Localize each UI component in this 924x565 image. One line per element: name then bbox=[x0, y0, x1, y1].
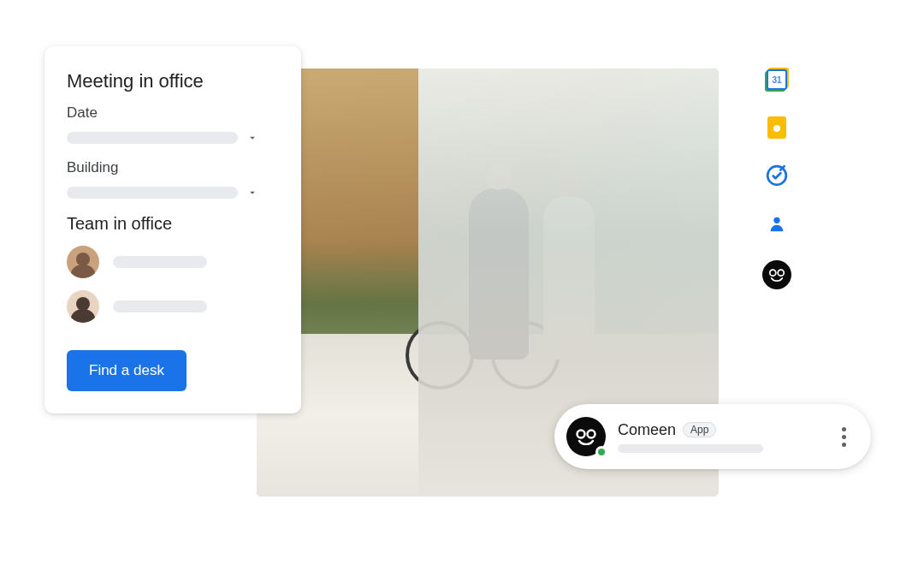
chat-name: Comeen bbox=[618, 421, 676, 439]
team-member-row bbox=[67, 246, 279, 278]
chevron-down-icon bbox=[246, 187, 258, 199]
presence-dot bbox=[595, 446, 607, 458]
keep-icon[interactable] bbox=[766, 116, 788, 139]
team-heading: Team in office bbox=[67, 214, 279, 234]
card-title: Meeting in office bbox=[67, 70, 279, 92]
calendar-icon[interactable]: 31 bbox=[766, 68, 788, 91]
side-panel: 31 bbox=[760, 68, 794, 289]
chevron-down-icon bbox=[246, 132, 258, 144]
avatar bbox=[67, 290, 99, 323]
find-desk-button[interactable]: Find a desk bbox=[67, 350, 187, 391]
team-member-row bbox=[67, 290, 279, 323]
svg-point-2 bbox=[773, 217, 779, 223]
date-label: Date bbox=[67, 104, 279, 122]
svg-point-3 bbox=[770, 270, 776, 276]
svg-point-5 bbox=[578, 431, 585, 438]
svg-point-4 bbox=[778, 270, 784, 276]
building-label: Building bbox=[67, 159, 279, 176]
more-menu-button[interactable] bbox=[833, 427, 854, 447]
team-name-placeholder bbox=[113, 300, 207, 312]
building-value-placeholder bbox=[67, 187, 238, 199]
tasks-icon[interactable] bbox=[766, 164, 788, 187]
team-name-placeholder bbox=[113, 256, 207, 268]
date-select[interactable] bbox=[67, 132, 279, 144]
chat-pill[interactable]: Comeen App bbox=[554, 404, 871, 469]
building-select[interactable] bbox=[67, 187, 279, 199]
contacts-icon[interactable] bbox=[766, 212, 788, 235]
meeting-card: Meeting in office Date Building Team in … bbox=[44, 46, 301, 413]
comeen-avatar bbox=[566, 417, 606, 456]
date-value-placeholder bbox=[67, 132, 238, 144]
comeen-icon[interactable] bbox=[762, 260, 791, 289]
app-badge: App bbox=[683, 422, 716, 437]
svg-point-6 bbox=[588, 431, 595, 438]
chat-preview-placeholder bbox=[618, 444, 763, 453]
avatar bbox=[67, 246, 99, 278]
